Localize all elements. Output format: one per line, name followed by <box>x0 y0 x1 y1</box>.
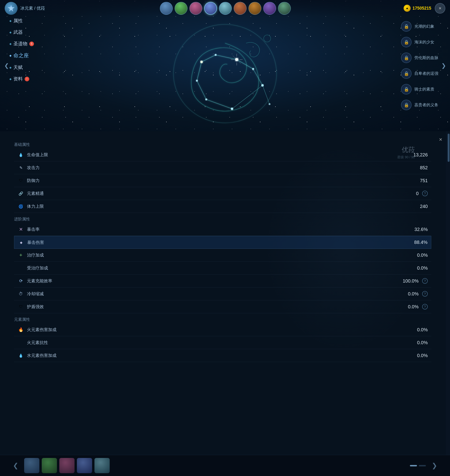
svg-line-11 <box>232 85 262 109</box>
stats-panel: 优菈 星级 90 / 90 × 基础属性 💧 生命值上限 13,226 ✎ 攻击… <box>0 131 450 476</box>
bottom-char-1[interactable] <box>24 458 39 473</box>
pyro-dmg-icon: 🔥 <box>18 326 24 333</box>
constellation-item-2[interactable]: 🔒 海沫的少女 <box>401 37 438 47</box>
stats-close-button[interactable]: × <box>436 135 445 144</box>
hp-icon: 💧 <box>18 151 24 158</box>
stat-value-incoming-heal: 0.0% <box>404 265 428 271</box>
er-help-icon[interactable]: ? <box>422 278 428 284</box>
stat-value-atk: 852 <box>404 165 428 171</box>
sidebar-label-artifact: 圣遗物 <box>13 41 27 47</box>
bottom-char-3[interactable] <box>59 458 75 473</box>
const-name-4: 自卑者的逞强 <box>414 71 438 76</box>
char-overlay-sub: 星级 90 / 90 <box>397 155 415 160</box>
constellation-item-4[interactable]: 🔒 自卑者的逞强 <box>401 68 438 79</box>
heal-icon: + <box>18 252 24 258</box>
em-help-icon[interactable]: ? <box>422 191 428 196</box>
stat-value-pyro-res: 0.0% <box>404 340 428 345</box>
svg-point-20 <box>269 103 271 105</box>
sidebar-item-weapon[interactable]: 武器 <box>9 29 34 36</box>
shield-help-icon[interactable]: ? <box>422 304 428 309</box>
character-avatar-1[interactable] <box>160 2 173 15</box>
constellation-item-6[interactable]: 🔒 高贵者的义务 <box>401 100 438 110</box>
sidebar-label-weapon: 武器 <box>13 29 23 36</box>
const-name-3: 劳伦斯的血脉 <box>414 55 438 60</box>
stat-row-em: 🔗 元素精通 0 ? <box>14 187 431 200</box>
character-info-overlay: 优菈 星级 90 / 90 <box>397 145 415 160</box>
stamina-icon: 🌀 <box>18 203 24 210</box>
pyro-res-icon <box>18 339 24 346</box>
char-overlay-name: 优菈 <box>397 145 415 154</box>
sidebar-item-artifact[interactable]: 圣遗物 5 <box>9 41 34 47</box>
character-avatar-2[interactable] <box>175 2 188 15</box>
stat-value-hydro-dmg: 0.0% <box>404 353 428 358</box>
stat-value-crit-dmg: 88.4% <box>404 240 427 245</box>
sidebar-item-data[interactable]: 资料 ! <box>9 76 34 82</box>
def-icon: 🛡 <box>18 177 24 184</box>
character-avatar-6[interactable] <box>234 2 247 15</box>
character-avatar-8[interactable] <box>263 2 276 15</box>
svg-marker-0 <box>8 5 15 12</box>
stat-value-crit-rate: 32.6% <box>404 227 428 232</box>
bottom-prev-arrow[interactable]: ❮ <box>9 462 22 470</box>
stat-value-em: 0 <box>395 191 419 196</box>
stat-name-hydro-dmg: 水元素伤害加成 <box>27 353 404 358</box>
sidebar-item-attributes[interactable]: 属性 <box>9 18 34 24</box>
scroll-thumb[interactable] <box>448 134 450 162</box>
constellation-item-5[interactable]: 🔒 骑士的素质 <box>401 84 438 95</box>
top-navigation: 冰元素 / 优菈 ● 17505215 × <box>0 0 450 16</box>
stat-row-pyro-res: 火元素抗性 0.0% <box>14 336 431 349</box>
sidebar-item-talent[interactable]: 天赋 <box>9 64 34 71</box>
character-avatar-3[interactable] <box>189 2 202 15</box>
sidebar-label-data: 资料 <box>13 76 23 82</box>
stat-row-heal-bonus: + 治疗加成 0.0% <box>14 249 431 262</box>
svg-line-8 <box>197 81 206 99</box>
stat-row-hydro-dmg: 💧 水元素伤害加成 0.0% <box>14 349 431 362</box>
character-avatar-7[interactable] <box>249 2 261 15</box>
scroll-indicator <box>446 131 450 476</box>
stat-name-crit-dmg: 暴击伤害 <box>27 240 404 245</box>
character-avatar-9[interactable] <box>278 2 291 15</box>
bottom-char-4[interactable] <box>77 458 92 473</box>
stat-value-pyro-dmg: 0.0% <box>404 327 428 333</box>
bottom-next-arrow[interactable]: ❯ <box>428 462 441 470</box>
stat-row-atk: ✎ 攻击力 852 <box>14 161 431 174</box>
stat-name-atk: 攻击力 <box>27 165 404 171</box>
stat-value-heal-bonus: 0.0% <box>404 253 428 258</box>
character-avatar-4[interactable] <box>204 2 217 15</box>
stat-value-shield: 0.0% <box>395 304 419 309</box>
svg-point-22 <box>236 59 237 60</box>
section-header-elemental: 元素属性 <box>14 317 431 322</box>
const-name-2: 海沫的少女 <box>414 39 434 45</box>
page-indicator <box>410 465 426 466</box>
stat-row-stamina: 🌀 体力上限 240 <box>14 200 431 213</box>
constellation-item-1[interactable]: 🔒 光潮的幻象 <box>401 21 438 32</box>
currency-value: 17505215 <box>413 6 431 11</box>
svg-point-13 <box>215 54 217 56</box>
stat-name-shield: 护盾强效 <box>27 304 395 309</box>
lock-icon-3: 🔒 <box>401 53 412 63</box>
constellation-display <box>155 15 295 128</box>
stats-content-area[interactable]: 基础属性 💧 生命值上限 13,226 ✎ 攻击力 852 🛡 防御力 751 … <box>0 131 445 476</box>
stat-row-def: 🛡 防御力 751 <box>14 174 431 187</box>
stat-name-pyro-dmg: 火元素伤害加成 <box>27 327 404 333</box>
svg-line-10 <box>262 85 270 104</box>
stat-row-crit-rate: ✕ 暴击率 32.6% <box>14 223 431 236</box>
bottom-char-2[interactable] <box>42 458 57 473</box>
prev-arrow[interactable]: ❮ <box>2 59 11 73</box>
cd-red-icon: ⏱ <box>18 291 24 297</box>
constellation-item-3[interactable]: 🔒 劳伦斯的血脉 <box>401 53 438 63</box>
svg-point-19 <box>231 108 233 110</box>
game-logo <box>5 2 18 15</box>
bottom-char-5[interactable] <box>95 458 110 473</box>
cd-red-help-icon[interactable]: ? <box>422 291 428 297</box>
next-arrow[interactable]: ❯ <box>439 59 448 73</box>
sidebar-item-constellation[interactable]: 命之座 <box>9 52 34 59</box>
em-icon: 🔗 <box>18 190 24 197</box>
section-header-advanced: 进阶属性 <box>14 216 431 222</box>
atk-icon: ✎ <box>18 164 24 171</box>
character-list <box>52 2 399 15</box>
close-button[interactable]: × <box>435 3 445 14</box>
lock-icon-2: 🔒 <box>401 37 412 47</box>
constellation-section: 冰元素 / 优菈 ● 17505215 × 属性 武器 圣遗物 <box>0 0 450 131</box>
character-avatar-5[interactable] <box>219 2 232 15</box>
